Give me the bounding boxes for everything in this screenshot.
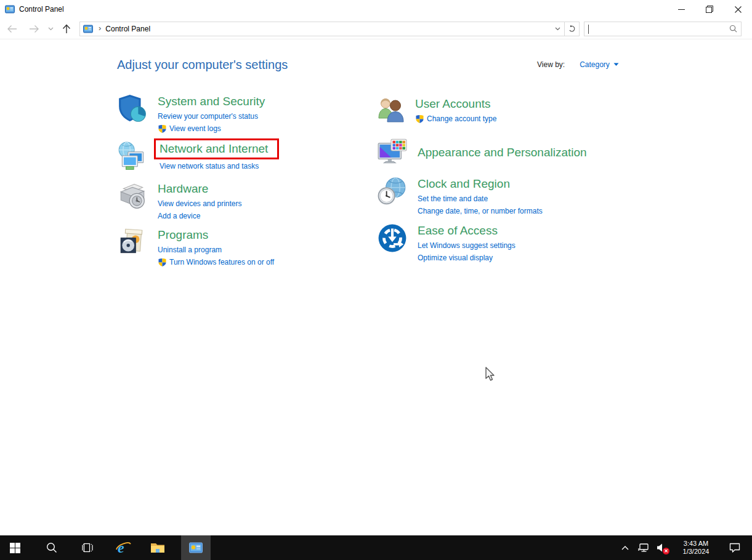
uac-shield-icon	[415, 114, 424, 124]
network-icon	[638, 543, 649, 553]
address-bar[interactable]: › Control Panel	[79, 22, 565, 36]
user-accounts-icon[interactable]	[377, 96, 405, 124]
minimize-button[interactable]	[667, 0, 695, 18]
tray-show-hidden-icons-button[interactable]	[617, 535, 634, 560]
network-and-internet-icon[interactable]	[117, 141, 148, 172]
link-uninstall-a-program[interactable]: Uninstall a program	[158, 246, 274, 255]
control-panel-icon	[5, 4, 15, 14]
action-center-button[interactable]	[722, 535, 747, 560]
taskbar: e	[0, 535, 752, 560]
dropdown-arrow-icon	[613, 63, 619, 66]
volume-button[interactable]: ✕	[653, 535, 669, 560]
address-dropdown[interactable]	[551, 22, 564, 36]
internet-explorer-icon: e	[115, 540, 131, 556]
minimize-icon	[678, 6, 685, 13]
title-bar: Control Panel	[0, 0, 752, 18]
control-panel-window: Control Panel	[0, 0, 752, 560]
link-view-devices-printers[interactable]: View devices and printers	[158, 199, 242, 209]
navigation-bar: › Control Panel	[0, 18, 752, 39]
link-view-event-logs[interactable]: View event logs	[158, 124, 265, 134]
chevron-down-icon	[48, 27, 54, 31]
svg-text:e: e	[118, 540, 124, 556]
restore-button[interactable]	[695, 0, 724, 18]
search-box	[584, 22, 742, 36]
category-title-system-and-security[interactable]: System and Security	[158, 94, 265, 109]
chevron-down-icon	[555, 27, 560, 31]
uac-shield-icon	[158, 124, 167, 134]
breadcrumb-chevron-icon: ›	[99, 23, 101, 33]
search-icon	[46, 542, 57, 553]
clock-and-region-icon[interactable]	[377, 176, 408, 207]
clock-date: 1/3/2024	[676, 548, 716, 556]
system-tray: ✕ 3:43 AM 1/3/2024	[617, 535, 752, 560]
category-user-accounts: User Accounts Change account type	[377, 96, 496, 124]
search-icon	[729, 25, 737, 33]
category-clock-and-region: Clock and Region Set the time and date C…	[377, 176, 543, 216]
up-button[interactable]	[57, 18, 76, 39]
search-input[interactable]	[584, 22, 729, 36]
category-network-and-internet: Network and Internet View network status…	[117, 141, 268, 172]
file-explorer-button[interactable]	[143, 535, 172, 560]
view-by-label: View by:	[537, 60, 565, 69]
task-view-icon	[82, 543, 93, 553]
link-set-time-and-date[interactable]: Set the time and date	[418, 194, 543, 204]
file-explorer-icon	[150, 542, 165, 554]
back-arrow-icon	[7, 25, 17, 33]
taskbar-clock[interactable]: 3:43 AM 1/3/2024	[676, 540, 716, 556]
link-optimize-visual-display[interactable]: Optimize visual display	[418, 254, 515, 263]
close-icon	[735, 6, 742, 13]
category-title-clock-and-region[interactable]: Clock and Region	[418, 176, 543, 191]
chevron-up-icon	[621, 546, 629, 550]
forward-button[interactable]	[23, 18, 44, 39]
category-title-programs[interactable]: Programs	[158, 227, 274, 242]
clock-time: 3:43 AM	[676, 540, 716, 548]
category-title-user-accounts[interactable]: User Accounts	[415, 96, 496, 111]
task-view-button[interactable]	[73, 535, 102, 560]
action-center-icon	[729, 543, 740, 553]
back-button[interactable]	[0, 18, 23, 39]
ease-of-access-icon[interactable]	[377, 223, 408, 254]
category-hardware: Hardware View devices and printers Add a…	[117, 181, 242, 221]
recent-pages-dropdown[interactable]	[44, 18, 57, 39]
category-title-ease-of-access[interactable]: Ease of Access	[418, 223, 515, 238]
programs-icon[interactable]	[117, 227, 148, 258]
mouse-cursor	[484, 366, 496, 382]
view-by-dropdown[interactable]: Category	[580, 60, 619, 69]
link-let-windows-suggest[interactable]: Let Windows suggest settings	[418, 241, 515, 250]
window-title: Control Panel	[19, 5, 64, 14]
refresh-button[interactable]	[565, 22, 580, 36]
internet-explorer-button[interactable]: e	[108, 535, 138, 560]
link-change-account-type[interactable]: Change account type	[415, 114, 496, 124]
category-title-appearance-personalization[interactable]: Appearance and Personalization	[418, 145, 587, 160]
category-system-and-security: System and Security Review your computer…	[117, 94, 265, 134]
page-title: Adjust your computer's settings	[117, 58, 288, 72]
link-review-computer-status[interactable]: Review your computer's status	[158, 112, 265, 121]
link-turn-windows-features[interactable]: Turn Windows features on or off	[158, 258, 274, 267]
text-caret	[588, 25, 589, 34]
up-arrow-icon	[62, 24, 71, 34]
start-button[interactable]	[0, 535, 30, 560]
category-ease-of-access: Ease of Access Let Windows suggest setti…	[377, 223, 515, 263]
network-status-button[interactable]	[634, 535, 653, 560]
link-change-date-time-formats[interactable]: Change date, time, or number formats	[418, 207, 543, 216]
link-view-network-status[interactable]: View network status and tasks	[158, 162, 268, 171]
category-title-network-and-internet[interactable]: Network and Internet	[158, 141, 268, 156]
taskbar-search-button[interactable]	[37, 535, 67, 560]
windows-logo-icon	[10, 543, 20, 553]
uac-shield-icon	[158, 258, 167, 267]
main-content: Adjust your computer's settings View by:…	[0, 39, 752, 535]
category-programs: Programs Uninstall a program Turn Window…	[117, 227, 274, 267]
volume-muted-badge: ✕	[663, 548, 669, 554]
control-panel-icon	[83, 24, 93, 34]
appearance-and-personalization-icon[interactable]	[377, 137, 408, 167]
control-panel-icon	[189, 542, 203, 553]
breadcrumb[interactable]: Control Panel	[105, 25, 150, 33]
hardware-icon[interactable]	[117, 181, 148, 212]
restore-icon	[706, 6, 713, 13]
link-add-a-device[interactable]: Add a device	[158, 212, 242, 221]
system-and-security-icon[interactable]	[117, 94, 148, 124]
category-title-hardware[interactable]: Hardware	[158, 181, 242, 196]
taskbar-control-panel-button[interactable]	[181, 535, 211, 560]
close-button[interactable]	[724, 0, 752, 18]
category-appearance-personalization: Appearance and Personalization	[377, 137, 587, 167]
